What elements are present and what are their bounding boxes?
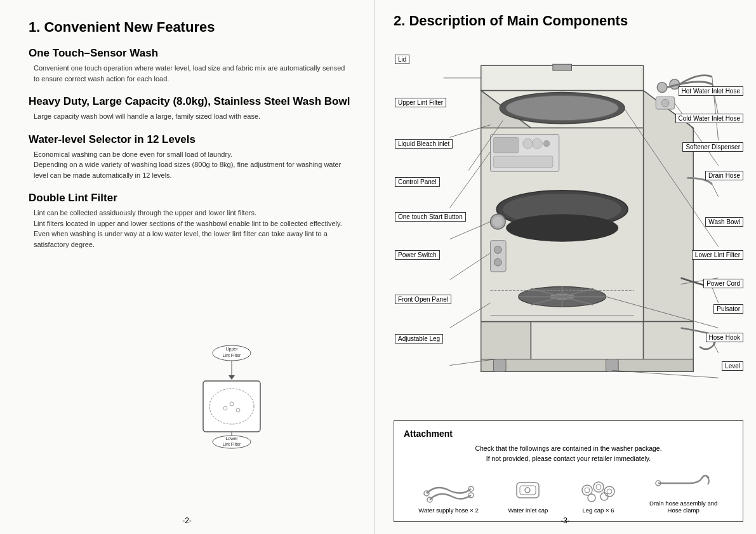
svg-text:Upper: Upper xyxy=(225,347,238,352)
right-page-num: -3- xyxy=(560,516,570,525)
svg-point-81 xyxy=(585,488,590,493)
svg-marker-17 xyxy=(481,322,531,359)
svg-text:Lower: Lower xyxy=(225,436,238,441)
attachment-box: Attachment Check that the followings are… xyxy=(394,420,743,522)
feature-heavy-duty: Heavy Duty, Large Capacity (8.0kg), Stai… xyxy=(29,95,352,122)
label-hose-hook: Hose Hook xyxy=(706,333,743,342)
feature-desc-0: Convenient one touch operation where wat… xyxy=(34,63,352,84)
attachment-item-1: Water inlet cap xyxy=(508,477,548,514)
svg-point-83 xyxy=(596,484,601,490)
svg-point-87 xyxy=(600,493,608,500)
svg-marker-19 xyxy=(644,322,694,359)
svg-point-40 xyxy=(543,140,550,147)
attachment-item-2: Leg cap × 6 xyxy=(578,477,619,514)
label-pulsator: Pulsator xyxy=(713,304,743,314)
left-section-title: 1. Convenient New Features xyxy=(29,19,352,36)
label-control-panel: Control Panel xyxy=(395,177,440,187)
label-one-touch: One touch Start Button xyxy=(395,212,466,222)
svg-marker-4 xyxy=(229,375,235,380)
svg-text:Lint Filter: Lint Filter xyxy=(223,442,241,446)
svg-point-44 xyxy=(494,258,501,266)
right-section-title: 2. Description of Main Components xyxy=(394,13,743,29)
svg-point-43 xyxy=(494,246,501,254)
label-level: Level xyxy=(722,361,743,371)
svg-marker-16 xyxy=(644,91,694,322)
label-wash-bowl: Wash Bowl xyxy=(705,217,743,227)
label-lower-lint: Lower Lint Filter xyxy=(692,250,743,260)
svg-marker-20 xyxy=(481,359,694,372)
feature-one-touch: One Touch–Sensor Wash Convenient one tou… xyxy=(29,47,352,84)
svg-point-79 xyxy=(525,488,530,493)
svg-line-69 xyxy=(712,287,719,303)
label-hot-water: Hot Water Inlet Hose xyxy=(679,86,743,96)
feature-title-2: Water-level Selector in 12 Levels xyxy=(29,133,352,146)
left-page-num: -2- xyxy=(182,516,192,525)
page: 1. Convenient New Features One Touch–Sen… xyxy=(0,0,756,534)
svg-point-29 xyxy=(506,214,618,241)
feature-title-0: One Touch–Sensor Wash xyxy=(29,47,352,60)
svg-point-46 xyxy=(493,217,503,227)
feature-lint-filter: Double Lint Filter Lint can be collected… xyxy=(29,192,352,250)
attachment-item-0: Water supply hose × 2 xyxy=(418,477,478,514)
feature-title-1: Heavy Duty, Large Capacity (8.0kg), Stai… xyxy=(29,95,352,108)
attachment-title: Attachment xyxy=(404,429,733,439)
svg-rect-49 xyxy=(493,359,506,372)
svg-rect-78 xyxy=(520,486,536,495)
label-cold-water: Cold Water Inlet Hose xyxy=(675,114,743,123)
feature-desc-1: Large capacity wash bowl will handle a l… xyxy=(34,111,352,122)
label-drain-hose: Drain Hose xyxy=(705,171,743,180)
lint-filter-diagram: Upper Lint Filter Lower Lint Filter xyxy=(190,342,273,452)
attachment-text: Check that the followings are contained … xyxy=(404,444,733,464)
attachment-items: Water supply hose × 2 Water inlet cap xyxy=(404,471,733,514)
label-power-cord: Power Cord xyxy=(703,279,743,288)
svg-rect-37 xyxy=(493,137,518,153)
right-panel: 2. Description of Main Components xyxy=(375,0,756,534)
svg-rect-24 xyxy=(553,64,572,70)
label-lid: Lid xyxy=(395,55,409,64)
label-upper-lint: Upper Lint Filter xyxy=(395,98,446,107)
feature-title-3: Double Lint Filter xyxy=(29,192,352,204)
svg-point-38 xyxy=(523,138,533,149)
svg-marker-18 xyxy=(531,322,643,359)
svg-point-84 xyxy=(604,486,614,497)
svg-point-39 xyxy=(532,138,542,149)
left-panel: 1. Convenient New Features One Touch–Sen… xyxy=(0,0,375,534)
label-liquid-bleach: Liquid Bleach inlet xyxy=(395,139,453,149)
svg-rect-50 xyxy=(606,359,619,372)
label-front-open: Front Open Panel xyxy=(395,295,451,304)
lint-diagram-svg: Upper Lint Filter Lower Lint Filter xyxy=(190,342,273,450)
feature-desc-3: Lint can be collected assiduously throug… xyxy=(34,208,352,250)
attachment-item-3: Drain hose assembly and Hose clamp xyxy=(649,471,719,514)
svg-point-82 xyxy=(594,482,604,492)
svg-text:Lint Filter: Lint Filter xyxy=(223,353,241,357)
main-diagram-svg xyxy=(394,41,743,415)
feature-water-level: Water-level Selector in 12 Levels Econom… xyxy=(29,133,352,181)
label-adjustable-leg: Adjustable Leg xyxy=(395,334,443,344)
svg-point-85 xyxy=(607,489,612,494)
feature-desc-2: Economical washing can be done even for … xyxy=(34,149,352,181)
svg-point-86 xyxy=(588,494,595,502)
label-softener: Softener Dispenser xyxy=(682,142,743,152)
svg-point-53 xyxy=(657,83,667,93)
svg-rect-5 xyxy=(203,381,260,432)
diagram-container: Lid Upper Lint Filter Liquid Bleach inle… xyxy=(394,41,743,415)
svg-line-66 xyxy=(712,184,719,197)
label-power-switch: Power Switch xyxy=(395,250,440,260)
svg-rect-41 xyxy=(493,156,552,168)
svg-rect-42 xyxy=(491,241,507,272)
svg-point-52 xyxy=(661,99,669,107)
svg-point-26 xyxy=(506,95,618,120)
